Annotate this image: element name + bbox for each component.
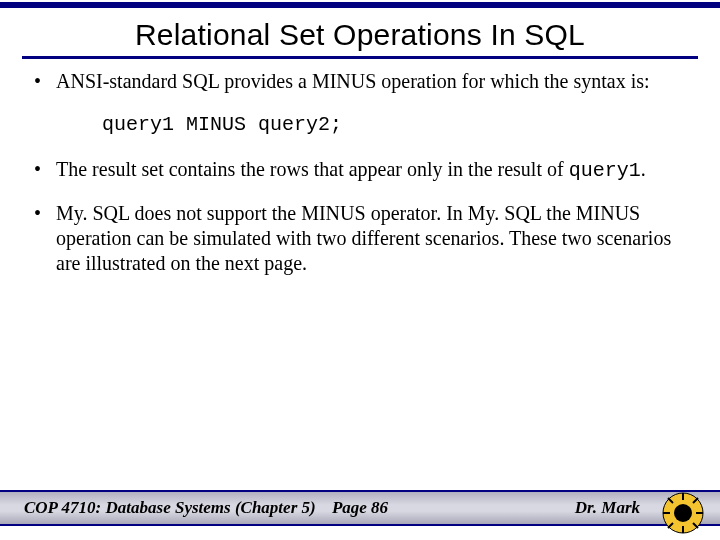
bullet-text: The result set contains the rows that ap… — [56, 158, 569, 180]
bullet-item: ANSI-standard SQL provides a MINUS opera… — [30, 69, 690, 94]
code-line: query1 MINUS query2; — [30, 112, 690, 137]
footer: COP 4710: Database Systems (Chapter 5) P… — [0, 490, 720, 540]
footer-page: Page 86 — [332, 498, 388, 518]
slide-content: ANSI-standard SQL provides a MINUS opera… — [0, 69, 720, 276]
inline-code: query1 — [569, 159, 641, 182]
slide-title: Relational Set Operations In SQL — [0, 8, 720, 56]
footer-below — [0, 526, 720, 540]
bullet-text: My. SQL does not support the MINUS opera… — [56, 202, 671, 274]
bullet-text: ANSI-standard SQL provides a MINUS opera… — [56, 70, 650, 92]
bullet-item: My. SQL does not support the MINUS opera… — [30, 201, 690, 276]
svg-point-1 — [674, 504, 692, 522]
footer-left: COP 4710: Database Systems (Chapter 5) — [24, 498, 316, 518]
ucf-logo-icon — [662, 492, 704, 534]
title-underline — [22, 56, 698, 59]
bullet-text-tail: . — [641, 158, 646, 180]
bullet-item: The result set contains the rows that ap… — [30, 157, 690, 183]
footer-bar: COP 4710: Database Systems (Chapter 5) P… — [0, 490, 720, 526]
